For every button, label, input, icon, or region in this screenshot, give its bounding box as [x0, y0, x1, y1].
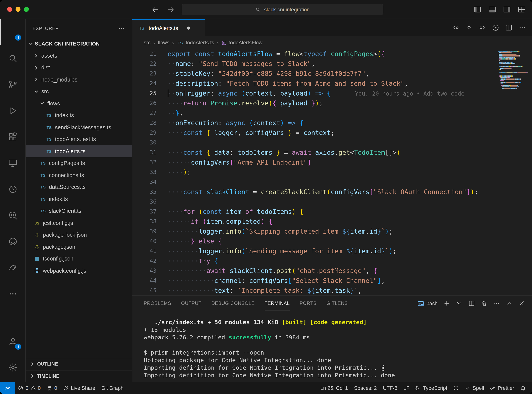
tree-item[interactable]: tsconfig.json: [26, 253, 132, 265]
modified-dot-icon[interactable]: [187, 26, 190, 30]
activity-explorer[interactable]: 1: [0, 19, 26, 45]
activity-more[interactable]: [0, 281, 26, 307]
code-line[interactable]: 37····for (const item of todoItems) {: [132, 207, 532, 217]
code-line[interactable]: 27··},: [132, 108, 532, 118]
indentation-status[interactable]: Spaces: 2: [351, 385, 380, 391]
activity-commit-search[interactable]: [0, 202, 26, 228]
code-editor[interactable]: 21export const todoAlertsFlow = flow<typ…: [132, 49, 532, 296]
new-terminal-icon[interactable]: [443, 300, 450, 307]
timeline-section[interactable]: TIMELINE: [26, 370, 132, 382]
encoding-status[interactable]: UTF-8: [380, 385, 400, 391]
code-line[interactable]: 22··name: "Send TODO messages to Slack",: [132, 59, 532, 69]
tree-root-folder[interactable]: SLACK-CNI-INTEGRATION: [26, 38, 132, 50]
tree-item[interactable]: JSjest.config.js: [26, 217, 132, 229]
language-status[interactable]: {} TypeScript: [412, 385, 450, 391]
activity-settings[interactable]: [0, 354, 26, 380]
remote-indicator[interactable]: ><: [0, 382, 15, 394]
tree-item[interactable]: node_modules: [26, 73, 132, 86]
toggle-primary-sidebar-icon[interactable]: [473, 5, 482, 14]
activity-search[interactable]: [0, 45, 26, 71]
panel-tab-terminal[interactable]: TERMINAL: [264, 296, 290, 311]
navigate-forward-icon[interactable]: [167, 5, 175, 13]
activity-bird[interactable]: [0, 254, 26, 281]
prettier-status[interactable]: Prettier: [487, 385, 517, 391]
tree-item[interactable]: webpack.config.js: [26, 265, 132, 277]
code-line[interactable]: 21export const todoAlertsFlow = flow<typ…: [132, 49, 532, 59]
tree-item[interactable]: {}package.json: [26, 241, 132, 253]
panel-tab-output[interactable]: OUTPUT: [181, 296, 201, 311]
command-center-search[interactable]: slack-cni-integration: [182, 4, 383, 15]
outline-section[interactable]: OUTLINE: [26, 358, 132, 370]
activity-github[interactable]: [0, 228, 26, 254]
tree-item[interactable]: TSindex.ts: [26, 109, 132, 121]
tree-item[interactable]: dist: [26, 62, 132, 73]
tab-todoalerts[interactable]: TS todoAlerts.ts: [132, 19, 205, 36]
terminal[interactable]: ./src/index.ts + 56 modules 134 KiB [bui…: [132, 311, 532, 382]
tree-item[interactable]: {}package-lock.json: [26, 229, 132, 241]
activity-run-debug[interactable]: [0, 98, 26, 124]
code-line[interactable]: 29····const { logger, configVars } = con…: [132, 128, 532, 138]
terminal-dropdown-icon[interactable]: [456, 300, 463, 307]
code-line[interactable]: 33····);: [132, 167, 532, 177]
code-line[interactable]: 40······} else {: [132, 236, 532, 246]
code-line[interactable]: 39········logger.info(`Skipping complete…: [132, 226, 532, 236]
terminal-profile[interactable]: bash: [417, 300, 438, 307]
activity-extensions[interactable]: [0, 124, 26, 150]
zoom-window-button[interactable]: [24, 7, 29, 12]
split-terminal-icon[interactable]: [468, 300, 475, 307]
tree-item[interactable]: TStodoAlerts.test.ts: [26, 133, 132, 145]
code-line[interactable]: 38······if (item.completed) {: [132, 217, 532, 226]
panel-tab-gitlens[interactable]: GITLENS: [326, 296, 348, 311]
toggle-panel-icon[interactable]: [488, 5, 496, 14]
activity-remote-explorer[interactable]: [0, 150, 26, 176]
tree-item[interactable]: TSconnections.ts: [26, 169, 132, 181]
previous-change-icon[interactable]: [452, 24, 460, 31]
editor-more-actions-icon[interactable]: [518, 24, 526, 31]
forwarded-ports-status[interactable]: 0: [44, 385, 60, 391]
panel-more-actions-icon[interactable]: [493, 300, 500, 307]
minimize-window-button[interactable]: [15, 7, 21, 12]
code-line[interactable]: 41········logger.info(`Sending message f…: [132, 246, 532, 256]
tree-item[interactable]: TSslackClient.ts: [26, 205, 132, 217]
activity-history[interactable]: [0, 176, 26, 202]
tree-item[interactable]: assets: [26, 50, 132, 62]
close-panel-icon[interactable]: [518, 300, 525, 307]
code-line[interactable]: 42········try {: [132, 256, 532, 266]
activity-source-control[interactable]: [0, 71, 26, 98]
run-file-icon[interactable]: [492, 24, 499, 31]
problems-status[interactable]: 0 0: [15, 385, 44, 391]
toggle-secondary-sidebar-icon[interactable]: [503, 5, 511, 14]
code-line[interactable]: 45············text: `Incomplete task: ${…: [132, 285, 532, 296]
tree-item[interactable]: TSsendSlackMessages.ts: [26, 121, 132, 133]
panel-tab-debug-console[interactable]: DEBUG CONSOLE: [212, 296, 255, 311]
breadcrumb-item[interactable]: src: [144, 40, 150, 46]
code-line[interactable]: 43··········await slackClient.post("chat…: [132, 266, 532, 276]
copilot-status[interactable]: [450, 385, 462, 391]
spell-checker-status[interactable]: Spell: [462, 385, 487, 391]
tree-item[interactable]: TStodoAlerts.ts: [26, 145, 132, 157]
code-line[interactable]: 36: [132, 197, 532, 207]
changes-icon[interactable]: [465, 24, 473, 31]
tree-item[interactable]: flows: [26, 98, 132, 109]
code-line[interactable]: 44············channel: configVars["Selec…: [132, 276, 532, 285]
git-graph-status[interactable]: Git Graph: [98, 385, 127, 391]
tree-item[interactable]: TSindex.ts: [26, 193, 132, 205]
tree-item[interactable]: TSdataSources.ts: [26, 181, 132, 193]
panel-tab-ports[interactable]: PORTS: [300, 296, 317, 311]
eol-status[interactable]: LF: [400, 385, 413, 391]
breadcrumb-item[interactable]: flows: [158, 40, 170, 46]
code-line[interactable]: 35····const slackClient = createSlackCli…: [132, 187, 532, 197]
breadcrumb-item[interactable]: TStodoAlerts.ts: [177, 40, 214, 46]
code-line[interactable]: 34: [132, 177, 532, 187]
code-line[interactable]: 25··onTrigger: async (context, payload) …: [132, 88, 532, 98]
tree-item[interactable]: src: [26, 86, 132, 98]
code-line[interactable]: 26····return Promise.resolve({ payload }…: [132, 98, 532, 108]
minimap[interactable]: [498, 51, 527, 89]
code-line[interactable]: 31····const { data: todoItems } = await …: [132, 148, 532, 157]
kill-terminal-icon[interactable]: [481, 300, 488, 307]
panel-tab-problems[interactable]: PROBLEMS: [144, 296, 171, 311]
navigate-back-icon[interactable]: [151, 5, 159, 13]
code-line[interactable]: 23··stableKey: "542df00f-e885-4298-b91c-…: [132, 69, 532, 78]
close-window-button[interactable]: [7, 7, 12, 12]
tree-item[interactable]: TSconfigPages.ts: [26, 157, 132, 169]
